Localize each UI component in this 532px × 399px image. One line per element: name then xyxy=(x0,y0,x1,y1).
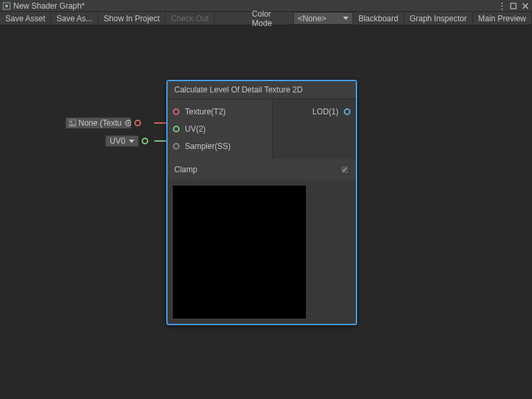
texture-object-value: None (Textu xyxy=(78,118,122,128)
uv-channel-value: UV0 xyxy=(110,136,125,146)
svg-point-6 xyxy=(70,121,72,122)
graph-inspector-toggle[interactable]: Graph Inspector xyxy=(404,12,473,25)
window-close-icon[interactable] xyxy=(521,2,529,10)
port-dot[interactable] xyxy=(173,108,180,115)
node-calculate-lod-texture2d[interactable]: Calculate Level Of Detail Texture 2D Tex… xyxy=(166,80,357,325)
chevron-down-icon xyxy=(343,17,348,20)
port-dot[interactable] xyxy=(173,126,180,132)
texture-slot-control: None (Textu xyxy=(65,117,141,129)
toolbar: Save Asset Save As... Show In Project Ch… xyxy=(0,12,532,25)
port-label: Texture(T2) xyxy=(185,107,225,116)
shader-graph-icon xyxy=(3,2,11,10)
output-port-lod[interactable]: LOD(1) xyxy=(273,103,356,120)
graph-canvas[interactable]: None (Textu UV0 Calculate Level Of Detai… xyxy=(0,25,532,399)
svg-point-1 xyxy=(5,4,8,7)
check-out-button: Check Out xyxy=(166,12,215,25)
color-mode-dropdown[interactable]: <None> xyxy=(293,12,353,25)
save-asset-button[interactable]: Save Asset xyxy=(0,12,51,25)
main-preview-toggle[interactable]: Main Preview xyxy=(473,12,532,25)
node-title[interactable]: Calculate Level Of Detail Texture 2D xyxy=(168,81,356,99)
window-title: New Shader Graph* xyxy=(13,1,84,11)
input-port-uv[interactable]: UV(2) xyxy=(168,120,272,138)
object-picker-icon[interactable] xyxy=(124,119,132,127)
clamp-label: Clamp xyxy=(174,165,198,174)
port-label: LOD(1) xyxy=(313,107,338,116)
node-preview[interactable] xyxy=(173,186,306,319)
save-as-button[interactable]: Save As... xyxy=(51,12,98,25)
window-menu-icon[interactable]: ⋮ xyxy=(497,2,505,10)
node-inputs: Texture(T2) UV(2) Sampler(SS) xyxy=(168,99,273,159)
color-mode-label: Color Mode xyxy=(248,12,293,25)
node-outputs: LOD(1) xyxy=(273,99,356,159)
uv-channel-dropdown[interactable]: UV0 xyxy=(105,135,139,147)
port-dot[interactable] xyxy=(344,108,350,115)
texture-object-field[interactable]: None (Textu xyxy=(65,117,132,129)
uv-external-port[interactable] xyxy=(142,138,148,144)
texture-external-port[interactable] xyxy=(134,120,141,126)
color-mode-value: <None> xyxy=(298,14,327,23)
uv-slot-control: UV0 xyxy=(105,135,148,147)
input-port-texture[interactable]: Texture(T2) xyxy=(168,103,272,120)
port-label: UV(2) xyxy=(185,124,205,134)
texture2d-icon xyxy=(68,119,76,127)
svg-rect-2 xyxy=(511,3,516,9)
port-dot[interactable] xyxy=(173,143,180,150)
input-port-sampler[interactable]: Sampler(SS) xyxy=(168,138,272,155)
svg-point-8 xyxy=(127,122,129,124)
blackboard-toggle[interactable]: Blackboard xyxy=(353,12,404,25)
window-maximize-icon[interactable] xyxy=(509,2,517,10)
chevron-down-icon xyxy=(129,140,134,143)
show-in-project-button[interactable]: Show In Project xyxy=(98,12,166,25)
clamp-checkbox[interactable] xyxy=(340,165,349,174)
node-controls: Clamp xyxy=(168,159,356,180)
port-label: Sampler(SS) xyxy=(185,142,231,151)
